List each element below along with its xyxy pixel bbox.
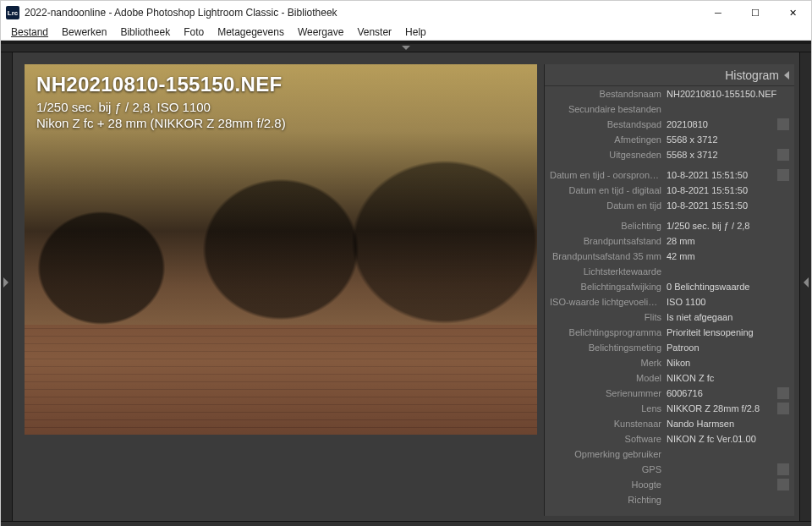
menu-venster[interactable]: Venster bbox=[350, 25, 398, 40]
metadata-value[interactable]: 10-8-2021 15:51:50 bbox=[667, 200, 789, 211]
goto-icon[interactable] bbox=[777, 149, 789, 161]
image-preview[interactable]: NH20210810-155150.NEF 1/250 sec. bij ƒ /… bbox=[25, 64, 537, 516]
metadata-field[interactable]: Afmetingen5568 x 3712 bbox=[550, 132, 789, 147]
metadata-label: Flits bbox=[550, 312, 667, 322]
metadata-field[interactable]: Belichtingsafwijking0 Belichtingswaarde bbox=[550, 279, 789, 294]
chevron-right-icon bbox=[3, 277, 8, 288]
overlay-camera: Nikon Z fc + 28 mm (NIKKOR Z 28mm f/2.8) bbox=[36, 116, 286, 130]
metadata-value[interactable]: 0 Belichtingswaarde bbox=[667, 282, 789, 292]
metadata-field[interactable]: Serienummer6006716 bbox=[550, 386, 789, 401]
metadata-field[interactable]: Bestandspad20210810 bbox=[550, 117, 789, 132]
metadata-field[interactable]: BestandsnaamNH20210810-155150.NEF bbox=[550, 86, 789, 101]
metadata-label: Belichtingsmeting bbox=[550, 342, 667, 353]
metadata-field[interactable]: ModelNIKON Z fc bbox=[550, 370, 789, 386]
metadata-value[interactable]: 28 mm bbox=[667, 236, 789, 246]
metadata-label: Software bbox=[550, 434, 667, 444]
metadata-value[interactable]: 10-8-2021 15:51:50 bbox=[667, 170, 776, 180]
metadata-field[interactable]: FlitsIs niet afgegaan bbox=[550, 310, 789, 325]
goto-icon[interactable] bbox=[777, 387, 789, 399]
metadata-label: Lichtsterktewaarde bbox=[550, 266, 667, 277]
menu-bibliotheek[interactable]: Bibliotheek bbox=[113, 25, 177, 40]
metadata-value[interactable]: NIKON Z fc bbox=[667, 373, 789, 383]
metadata-field[interactable]: SoftwareNIKON Z fc Ver.01.00 bbox=[550, 431, 789, 447]
metadata-label: Belichtingsprogramma bbox=[550, 327, 667, 337]
metadata-value[interactable]: 6006716 bbox=[667, 388, 776, 398]
metadata-field[interactable]: Brandpuntsafstand28 mm bbox=[550, 233, 789, 249]
metadata-field[interactable]: Brandpuntsafstand 35 mm42 mm bbox=[550, 249, 789, 264]
goto-icon[interactable] bbox=[777, 403, 789, 414]
menu-help[interactable]: Help bbox=[398, 25, 433, 40]
top-panel-toggle[interactable] bbox=[1, 44, 811, 52]
metadata-label: Belichtingsafwijking bbox=[550, 282, 667, 292]
metadata-field[interactable]: Datum en tijd - digitaal10-8-2021 15:51:… bbox=[550, 183, 789, 198]
metadata-field[interactable]: MerkNikon bbox=[550, 355, 789, 370]
metadata-value[interactable]: 42 mm bbox=[667, 251, 789, 261]
metadata-value[interactable]: Prioriteit lensopening bbox=[667, 327, 789, 337]
metadata-field[interactable]: Datum en tijd - oorspronkelijk10-8-2021 … bbox=[550, 167, 789, 183]
goto-icon[interactable] bbox=[777, 118, 789, 130]
metadata-value[interactable]: 20210810 bbox=[667, 119, 776, 129]
goto-icon[interactable] bbox=[777, 479, 789, 490]
metadata-value[interactable]: Nikon bbox=[667, 358, 789, 368]
overlay-exposure: 1/250 sec. bij ƒ / 2,8, ISO 1100 bbox=[36, 100, 286, 114]
menu-bewerken[interactable]: Bewerken bbox=[55, 25, 113, 40]
metadata-label: Datum en tijd - digitaal bbox=[550, 185, 667, 195]
metadata-value[interactable]: Patroon bbox=[667, 342, 789, 353]
chevron-left-icon bbox=[804, 277, 809, 288]
metadata-value[interactable]: 5568 x 3712 bbox=[667, 134, 789, 145]
metadata-label: Brandpuntsafstand bbox=[550, 236, 667, 246]
minimize-button[interactable]: ─ bbox=[700, 1, 737, 25]
metadata-label: GPS bbox=[550, 464, 667, 474]
menu-foto[interactable]: Foto bbox=[177, 25, 211, 40]
metadata-field[interactable]: Richting bbox=[550, 492, 789, 507]
metadata-field[interactable]: KunstenaarNando Harmsen bbox=[550, 416, 789, 431]
overlay-filename: NH20210810-155150.NEF bbox=[36, 73, 286, 96]
app-icon: Lrc bbox=[6, 6, 19, 19]
metadata-value[interactable]: Is niet afgegaan bbox=[667, 312, 789, 322]
photo: NH20210810-155150.NEF 1/250 sec. bij ƒ /… bbox=[25, 64, 537, 435]
metadata-label: ISO-waarde lichtgevoeligheid bbox=[550, 297, 667, 307]
metadata-field[interactable]: GPS bbox=[550, 462, 789, 477]
metadata-value[interactable]: ISO 1100 bbox=[667, 297, 789, 307]
metadata-value[interactable]: 5568 x 3712 bbox=[667, 150, 776, 160]
goto-icon[interactable] bbox=[777, 463, 789, 475]
menu-bestand[interactable]: Bestand bbox=[4, 25, 55, 40]
metadata-field[interactable]: Opmerking gebruiker bbox=[550, 447, 789, 462]
metadata-field[interactable]: Lichtsterktewaarde bbox=[550, 264, 789, 279]
metadata-field[interactable]: Hoogte bbox=[550, 477, 789, 492]
close-button[interactable]: ✕ bbox=[774, 1, 811, 25]
app-window: Lrc 2022-nandoonline - Adobe Photoshop L… bbox=[0, 0, 812, 526]
histogram-header[interactable]: Histogram bbox=[545, 64, 794, 86]
window-title: 2022-nandoonline - Adobe Photoshop Light… bbox=[25, 7, 700, 19]
info-overlay: NH20210810-155150.NEF 1/250 sec. bij ƒ /… bbox=[36, 73, 286, 132]
metadata-value[interactable]: NIKKOR Z 28mm f/2.8 bbox=[667, 403, 776, 414]
metadata-label: Bestandsnaam bbox=[550, 89, 667, 99]
metadata-field[interactable]: LensNIKKOR Z 28mm f/2.8 bbox=[550, 401, 789, 416]
metadata-label: Opmerking gebruiker bbox=[550, 449, 667, 459]
metadata-field[interactable]: ISO-waarde lichtgevoeligheidISO 1100 bbox=[550, 294, 789, 310]
metadata-label: Afmetingen bbox=[550, 134, 667, 145]
metadata-label: Datum en tijd bbox=[550, 200, 667, 211]
metadata-value[interactable]: 1/250 sec. bij ƒ / 2,8 bbox=[667, 221, 789, 231]
metadata-panel: Histogram BestandsnaamNH20210810-155150.… bbox=[544, 64, 794, 516]
metadata-field[interactable]: Datum en tijd10-8-2021 15:51:50 bbox=[550, 198, 789, 213]
chevron-down-icon bbox=[402, 46, 410, 50]
menu-weergave[interactable]: Weergave bbox=[291, 25, 350, 40]
metadata-field[interactable]: BelichtingsprogrammaPrioriteit lensopeni… bbox=[550, 325, 789, 340]
menu-metagegevens[interactable]: Metagegevens bbox=[211, 25, 291, 40]
metadata-value[interactable]: 10-8-2021 15:51:50 bbox=[667, 185, 789, 195]
metadata-body[interactable]: BestandsnaamNH20210810-155150.NEFSecunda… bbox=[545, 86, 794, 516]
metadata-field[interactable]: Uitgesneden5568 x 3712 bbox=[550, 147, 789, 162]
left-panel-toggle[interactable] bbox=[1, 52, 13, 521]
goto-icon[interactable] bbox=[777, 169, 789, 181]
right-panel-toggle[interactable] bbox=[799, 52, 811, 521]
metadata-value[interactable]: Nando Harmsen bbox=[667, 419, 789, 429]
metadata-label: Uitgesneden bbox=[550, 150, 667, 160]
metadata-field[interactable]: Belichting1/250 sec. bij ƒ / 2,8 bbox=[550, 218, 789, 233]
metadata-value[interactable]: NH20210810-155150.NEF bbox=[667, 89, 789, 99]
metadata-field[interactable]: Secundaire bestanden bbox=[550, 101, 789, 117]
metadata-field[interactable]: BelichtingsmetingPatroon bbox=[550, 340, 789, 355]
maximize-button[interactable]: ☐ bbox=[737, 1, 774, 25]
metadata-value[interactable]: NIKON Z fc Ver.01.00 bbox=[667, 434, 789, 444]
metadata-label: Secundaire bestanden bbox=[550, 104, 667, 114]
